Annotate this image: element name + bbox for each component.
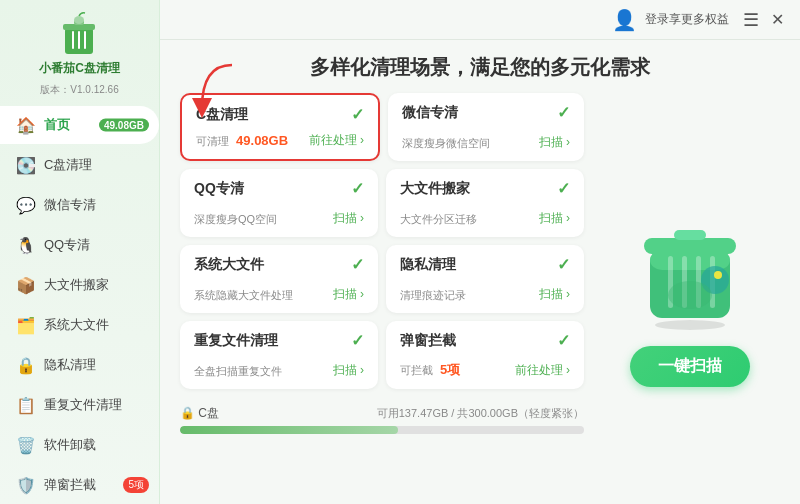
menu-icon[interactable]: ☰ (743, 9, 759, 31)
app-logo: 小番茄C盘清理 (39, 10, 120, 77)
card-system-large: 系统大文件 ✓ 系统隐藏大文件处理 扫描 › (180, 245, 378, 313)
sidebar-item-wechat[interactable]: 💬 微信专清 (0, 186, 159, 224)
card-large-file-check: ✓ (557, 179, 570, 198)
card-wechat-action: 深度瘦身微信空间 扫描 › (402, 134, 570, 151)
card-duplicate-scan[interactable]: 扫描 › (333, 362, 364, 379)
card-system-large-sub: 系统隐藏大文件处理 (194, 288, 293, 303)
disk-bar-section: 🔒 C盘 可用137.47GB / 共300.00GB（轻度紧张） (180, 397, 584, 434)
svg-point-17 (714, 271, 722, 279)
svg-point-6 (74, 16, 84, 24)
sidebar-label-large-file: 大文件搬家 (44, 276, 109, 294)
card-c-disk-sub: 可清理 49.08GB (196, 133, 288, 149)
app-version: 版本：V1.0.12.66 (40, 83, 118, 97)
card-system-large-scan[interactable]: 扫描 › (333, 286, 364, 303)
card-privacy-scan[interactable]: 扫描 › (539, 286, 570, 303)
sidebar-item-privacy[interactable]: 🔒 隐私清理 (0, 346, 159, 384)
card-qq: QQ专清 ✓ 深度瘦身QQ空间 扫描 › (180, 169, 378, 237)
card-wechat-check: ✓ (557, 103, 570, 122)
card-c-disk: C盘清理 ✓ 可清理 49.08GB 前往处理 › (180, 93, 380, 161)
card-qq-scan[interactable]: 扫描 › (333, 210, 364, 227)
sidebar-item-qq[interactable]: 🐧 QQ专清 (0, 226, 159, 264)
privacy-icon: 🔒 (16, 355, 36, 375)
disk-bar-track (180, 426, 584, 434)
card-c-disk-title: C盘清理 ✓ (196, 105, 364, 124)
card-c-disk-action: 可清理 49.08GB 前往处理 › (196, 132, 364, 149)
sidebar-item-uninstall[interactable]: 🗑️ 软件卸载 (0, 426, 159, 464)
disk-bar-fill (180, 426, 398, 434)
sidebar-label-wechat: 微信专清 (44, 196, 96, 214)
sidebar-item-large-file[interactable]: 📦 大文件搬家 (0, 266, 159, 304)
sidebar-label-c-clean: C盘清理 (44, 156, 92, 174)
main-area: 👤 登录享更多权益 ☰ ✕ 多样化清理场景，满足您的多元化需求 (160, 0, 800, 504)
card-large-file-action: 大文件分区迁移 扫描 › (400, 210, 570, 227)
app-name: 小番茄C盘清理 (39, 60, 120, 77)
card-wechat: 微信专清 ✓ 深度瘦身微信空间 扫描 › (388, 93, 584, 161)
svg-rect-10 (644, 238, 736, 254)
page-title: 多样化清理场景，满足您的多元化需求 (180, 54, 780, 81)
c-clean-icon: 💽 (16, 155, 36, 175)
card-duplicate-check: ✓ (351, 331, 364, 350)
svg-point-18 (668, 281, 712, 309)
card-qq-title: QQ专清 ✓ (194, 179, 364, 198)
grid-row-3: 系统大文件 ✓ 系统隐藏大文件处理 扫描 › 隐私清理 ✓ (180, 245, 584, 313)
popup-badge: 5项 (123, 477, 149, 493)
card-c-disk-highlight: 49.08GB (236, 133, 288, 148)
uninstall-icon: 🗑️ (16, 435, 36, 455)
close-icon[interactable]: ✕ (771, 10, 784, 29)
sidebar-item-home[interactable]: 🏠 首页 49.08GB (0, 106, 159, 144)
card-system-large-action: 系统隐藏大文件处理 扫描 › (194, 286, 364, 303)
card-c-disk-check: ✓ (351, 105, 364, 124)
trash-can-illustration (630, 200, 750, 330)
sidebar: 小番茄C盘清理 版本：V1.0.12.66 🏠 首页 49.08GB 💽 C盘清… (0, 0, 160, 504)
card-system-large-title: 系统大文件 ✓ (194, 255, 364, 274)
grid-row-1: C盘清理 ✓ 可清理 49.08GB 前往处理 › (180, 93, 584, 161)
wechat-icon: 💬 (16, 195, 36, 215)
sidebar-nav: 🏠 首页 49.08GB 💽 C盘清理 💬 微信专清 🐧 QQ专清 📦 大文件搬… (0, 105, 159, 504)
card-privacy-sub: 清理痕迹记录 (400, 288, 466, 303)
cards-grid: C盘清理 ✓ 可清理 49.08GB 前往处理 › (180, 93, 584, 494)
qq-icon: 🐧 (16, 235, 36, 255)
user-label: 登录享更多权益 (645, 11, 729, 28)
disk-label: 🔒 C盘 (180, 405, 219, 422)
user-avatar-icon: 👤 (612, 8, 637, 32)
logo-icon (55, 10, 103, 58)
home-icon: 🏠 (16, 115, 36, 135)
card-wechat-scan[interactable]: 扫描 › (539, 134, 570, 151)
card-privacy: 隐私清理 ✓ 清理痕迹记录 扫描 › (386, 245, 584, 313)
user-area[interactable]: 👤 登录享更多权益 (612, 8, 729, 32)
card-large-file-scan[interactable]: 扫描 › (539, 210, 570, 227)
card-popup-btn[interactable]: 前往处理 › (515, 362, 570, 379)
grid-row-2: QQ专清 ✓ 深度瘦身QQ空间 扫描 › 大文件搬家 ✓ (180, 169, 584, 237)
sidebar-label-popup: 弹窗拦截 (44, 476, 96, 494)
sidebar-label-system-large: 系统大文件 (44, 316, 109, 334)
content-body: C盘清理 ✓ 可清理 49.08GB 前往处理 › (180, 93, 780, 494)
sidebar-item-system-large[interactable]: 🗂️ 系统大文件 (0, 306, 159, 344)
sidebar-item-c-clean[interactable]: 💽 C盘清理 (0, 146, 159, 184)
scan-button[interactable]: 一键扫描 (630, 346, 750, 387)
header-icons: ☰ ✕ (743, 9, 784, 31)
card-privacy-action: 清理痕迹记录 扫描 › (400, 286, 570, 303)
card-popup-highlight: 5项 (440, 362, 460, 377)
sidebar-label-qq: QQ专清 (44, 236, 90, 254)
card-privacy-check: ✓ (557, 255, 570, 274)
card-c-disk-btn[interactable]: 前往处理 › (309, 132, 364, 149)
sidebar-label-duplicate: 重复文件清理 (44, 396, 122, 414)
card-qq-sub: 深度瘦身QQ空间 (194, 212, 277, 227)
card-popup-title: 弹窗拦截 ✓ (400, 331, 570, 350)
large-file-icon: 📦 (16, 275, 36, 295)
system-large-icon: 🗂️ (16, 315, 36, 335)
disk-bar-label: 🔒 C盘 可用137.47GB / 共300.00GB（轻度紧张） (180, 405, 584, 422)
sidebar-label-uninstall: 软件卸载 (44, 436, 96, 454)
home-badge: 49.08GB (99, 119, 149, 132)
sidebar-label-privacy: 隐私清理 (44, 356, 96, 374)
duplicate-icon: 📋 (16, 395, 36, 415)
card-large-file-title: 大文件搬家 ✓ (400, 179, 570, 198)
content-area: 多样化清理场景，满足您的多元化需求 C盘清 (160, 40, 800, 504)
disk-lock-icon: 🔒 (180, 406, 195, 420)
card-popup-action: 可拦截 5项 前往处理 › (400, 361, 570, 379)
card-privacy-title: 隐私清理 ✓ (400, 255, 570, 274)
sidebar-item-popup[interactable]: 🛡️ 弹窗拦截 5项 (0, 466, 159, 504)
sidebar-item-duplicate[interactable]: 📋 重复文件清理 (0, 386, 159, 424)
card-wechat-sub: 深度瘦身微信空间 (402, 136, 490, 151)
disk-info: 可用137.47GB / 共300.00GB（轻度紧张） (377, 406, 584, 421)
